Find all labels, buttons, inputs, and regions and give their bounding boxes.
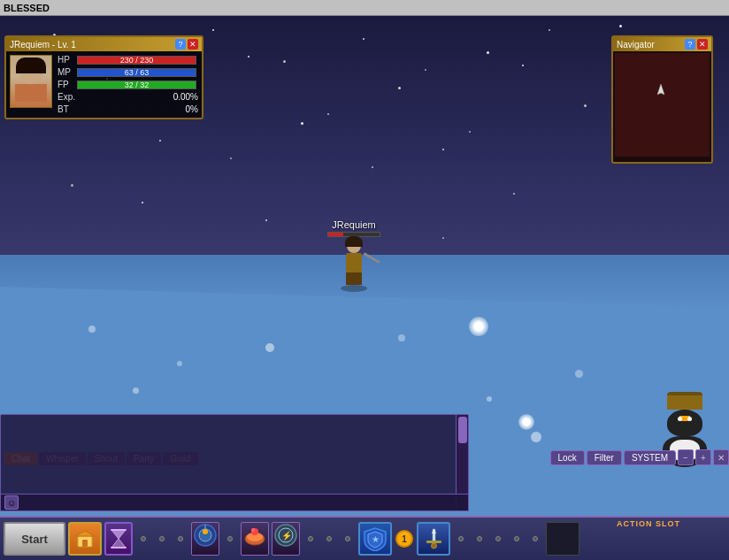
nav-player-dot — [657, 84, 664, 95]
svg-point-10 — [203, 529, 208, 534]
bottom-area: Chat Whisper Shout Party Guild Lock Filt… — [0, 475, 729, 560]
hp-bar: 230 / 230 — [77, 56, 196, 65]
player-close-btn[interactable]: ✕ — [188, 39, 198, 50]
mp-label: MP — [58, 67, 75, 77]
fp-value: 32 / 32 — [78, 81, 196, 88]
skill-slot-food[interactable] — [241, 522, 269, 556]
navigator-title-text: Navigator — [617, 40, 655, 50]
dark-action-slot[interactable] — [546, 522, 579, 556]
player-panel: JRequiem - Lv. 1 ? ✕ HP 230 / 230 — [4, 35, 203, 119]
player-name-level: JRequiem - Lv. 1 — [10, 40, 76, 50]
mp-bar: 63 / 63 — [77, 68, 196, 77]
player-avatar — [10, 55, 52, 108]
sword-action-slot[interactable] — [417, 522, 450, 556]
player-panel-title: JRequiem - Lv. 1 ? ✕ — [6, 37, 202, 51]
svg-marker-5 — [111, 539, 126, 548]
player-help-btn[interactable]: ? — [175, 39, 186, 50]
character-name: JRequiem — [327, 219, 380, 230]
skill-slot-yoyo[interactable] — [191, 522, 219, 556]
start-button[interactable]: Start — [4, 522, 65, 556]
char-body — [346, 253, 362, 272]
character-sprite — [336, 239, 372, 292]
dot-slot-7 — [340, 522, 356, 556]
system-button[interactable]: SYSTEM — [624, 450, 676, 465]
chat-scroll-thumb[interactable] — [458, 417, 467, 443]
dot-slot-5 — [303, 522, 318, 556]
dot-1 — [141, 536, 146, 541]
bt-row: BT 0% — [58, 104, 198, 114]
mp-row: MP 63 / 63 — [58, 67, 198, 77]
app-title: BLESSED — [4, 3, 50, 13]
chat-plus-btn[interactable]: + — [695, 449, 711, 465]
svg-rect-3 — [82, 540, 88, 547]
dot-3 — [178, 536, 183, 541]
hp-value: 230 / 230 — [78, 57, 196, 64]
dot-5 — [308, 536, 313, 541]
fp-label: FP — [58, 80, 75, 89]
mp-value: 63 / 63 — [78, 69, 196, 76]
svg-rect-7 — [111, 547, 127, 548]
navigator-title: Navigator ? ✕ — [613, 37, 711, 51]
navigator-panel: Navigator ? ✕ — [611, 35, 713, 164]
dot-slot-9 — [472, 522, 487, 556]
dot-9 — [477, 536, 482, 541]
title-bar: BLESSED — [0, 0, 729, 16]
skill-slot-magic[interactable]: ⚡ — [272, 522, 300, 556]
exp-value: 0.00% — [173, 92, 198, 102]
chat-buttons-row: Lock Filter SYSTEM − + ✕ — [550, 449, 729, 465]
lock-button[interactable]: Lock — [550, 450, 585, 465]
player-panel-content: HP 230 / 230 MP 63 / 63 FP — [6, 51, 202, 118]
svg-text:⚡: ⚡ — [281, 530, 293, 541]
svg-marker-0 — [657, 84, 664, 95]
dot-11 — [514, 536, 519, 541]
dot-7 — [345, 536, 350, 541]
dot-slot-4 — [222, 522, 238, 556]
chat-input-field[interactable] — [22, 498, 464, 508]
chat-close-btn[interactable]: ✕ — [713, 449, 729, 465]
dot-12 — [533, 536, 538, 541]
hp-row: HP 230 / 230 — [58, 55, 198, 65]
filter-button[interactable]: Filter — [587, 450, 622, 465]
char-head — [347, 239, 361, 253]
fp-bar: 32 / 32 — [77, 81, 196, 89]
shop-button[interactable] — [68, 522, 102, 556]
penguin-head — [667, 410, 702, 436]
dot-2 — [159, 536, 165, 541]
exp-label: Exp. — [58, 92, 75, 102]
fp-row: FP 32 / 32 — [58, 80, 198, 89]
exp-row: Exp. 0.00% — [58, 92, 198, 102]
svg-rect-6 — [111, 529, 127, 531]
timer-button[interactable] — [104, 522, 133, 556]
svg-point-15 — [251, 528, 255, 532]
char-legs — [346, 272, 362, 285]
dot-4 — [227, 536, 233, 541]
svg-marker-4 — [111, 530, 126, 539]
svg-text:★: ★ — [372, 534, 380, 544]
navigator-help-btn[interactable]: ? — [685, 39, 695, 50]
action-slot-label: ACTION SLOT — [617, 519, 680, 528]
penguin-hat — [667, 392, 702, 410]
level-badge: 1 — [395, 522, 414, 556]
navigator-content — [615, 53, 710, 157]
chat-input-area: ☺ — [0, 494, 469, 511]
action-bar: Start — [0, 516, 729, 560]
shield-action-slot[interactable]: ★ — [358, 522, 392, 556]
dot-slot-1 — [135, 522, 151, 556]
dot-slot-6 — [321, 522, 337, 556]
chat-minus-btn[interactable]: − — [678, 449, 694, 465]
navigator-close-btn[interactable]: ✕ — [697, 39, 708, 50]
dot-8 — [458, 536, 464, 541]
chat-emoji-button[interactable]: ☺ — [4, 495, 19, 510]
svg-marker-2 — [75, 531, 95, 536]
avatar-head — [19, 59, 43, 84]
dot-slot-11 — [509, 522, 525, 556]
bt-value: 0% — [186, 104, 198, 114]
svg-point-22 — [432, 543, 437, 548]
character: JRequiem — [327, 219, 380, 292]
dot-slot-10 — [490, 522, 506, 556]
dot-slot-2 — [154, 522, 170, 556]
bt-label: BT — [58, 104, 75, 114]
dot-10 — [495, 536, 501, 541]
penguin-face — [667, 417, 702, 421]
player-stats: HP 230 / 230 MP 63 / 63 FP — [58, 55, 198, 114]
